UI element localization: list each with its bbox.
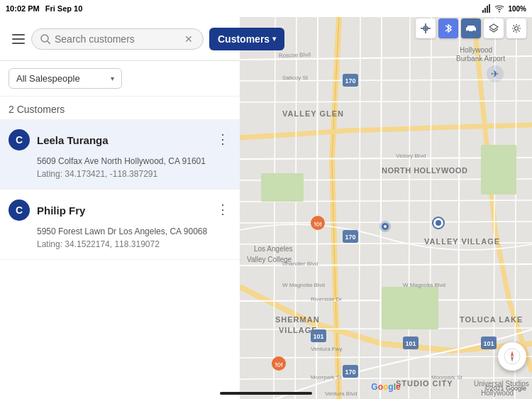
svg-text:Saticoy St: Saticoy St bbox=[282, 75, 309, 81]
customer-address-1: 5609 Colfax Ave North Hollywood, CA 9160… bbox=[37, 156, 231, 166]
customer-more-button-1[interactable]: ⋮ bbox=[213, 129, 233, 149]
customers-button-label: Customers bbox=[218, 33, 270, 45]
svg-text:Ventura Blvd: Ventura Blvd bbox=[325, 390, 357, 397]
customer-item-1[interactable]: C Leela Turanga 5609 Colfax Ave North Ho… bbox=[0, 119, 240, 190]
svg-text:170: 170 bbox=[345, 77, 355, 84]
svg-text:Riverside Dr: Riverside Dr bbox=[311, 296, 342, 302]
customer-name-1: Leela Turanga bbox=[37, 134, 231, 146]
customer-count: 2 Customers bbox=[0, 97, 240, 119]
signal-icon bbox=[482, 4, 491, 13]
svg-text:Ventura Fwy: Ventura Fwy bbox=[311, 346, 342, 352]
svg-text:SHERMAN: SHERMAN bbox=[275, 315, 320, 324]
svg-rect-32 bbox=[382, 287, 438, 329]
google-logo-o2: o bbox=[383, 382, 388, 392]
svg-rect-0 bbox=[482, 10, 484, 13]
svg-text:NORTH HOLLYWOOD: NORTH HOLLYWOOD bbox=[382, 166, 467, 175]
svg-text:170: 170 bbox=[345, 234, 355, 241]
layers-icon-btn[interactable] bbox=[484, 18, 504, 38]
svg-point-86 bbox=[515, 27, 519, 31]
svg-point-84 bbox=[467, 31, 470, 33]
salesperson-filter-label: All Salespeople bbox=[16, 73, 80, 84]
customer-name-2: Philip Fry bbox=[37, 204, 231, 217]
status-bar-right: 100% bbox=[482, 4, 526, 13]
filter-row: All Salespeople ▾ bbox=[0, 61, 240, 97]
customer-header-2: C Philip Fry bbox=[9, 200, 231, 221]
customer-count-label: 2 Customers bbox=[9, 104, 65, 115]
svg-text:✈: ✈ bbox=[491, 68, 499, 80]
customers-button[interactable]: Customers ▾ bbox=[209, 28, 284, 50]
time-display: 10:02 PM bbox=[6, 4, 40, 13]
svg-text:101: 101 bbox=[405, 340, 416, 347]
chevron-down-icon: ▾ bbox=[272, 35, 276, 43]
customer-header-1: C Leela Turanga bbox=[9, 129, 231, 151]
hamburger-icon bbox=[12, 34, 25, 44]
svg-text:Burbank Airport: Burbank Airport bbox=[456, 55, 505, 62]
battery-display: 100% bbox=[508, 5, 526, 13]
svg-point-69 bbox=[436, 220, 441, 226]
car-icon-btn[interactable] bbox=[461, 18, 481, 38]
left-panel: ✕ Customers ▾ All Salespeople ▾ 2 Custom… bbox=[0, 17, 240, 399]
customer-list: C Leela Turanga 5609 Colfax Ave North Ho… bbox=[0, 119, 240, 399]
location-icon-btn[interactable] bbox=[416, 18, 436, 38]
google-logo-g: G bbox=[371, 382, 377, 392]
search-input-wrapper: ✕ bbox=[31, 28, 204, 50]
svg-text:Hollywood: Hollywood bbox=[460, 46, 492, 54]
svg-rect-33 bbox=[481, 145, 516, 195]
svg-line-6 bbox=[48, 41, 50, 44]
customer-avatar-2: C bbox=[9, 200, 30, 221]
customer-more-button-2[interactable]: ⋮ bbox=[213, 200, 233, 219]
menu-button[interactable] bbox=[6, 26, 31, 52]
salesperson-chevron-icon: ▾ bbox=[111, 75, 114, 82]
svg-text:🍽: 🍽 bbox=[314, 220, 321, 228]
nav-indicator bbox=[220, 392, 312, 395]
customer-item-2[interactable]: C Philip Fry 5950 Forest Lawn Dr Los Ang… bbox=[0, 190, 240, 260]
search-input[interactable] bbox=[55, 33, 179, 45]
bluetooth-icon-btn[interactable] bbox=[438, 18, 458, 38]
search-icon bbox=[40, 34, 50, 44]
map-terms: ©2021 Google bbox=[485, 385, 526, 392]
salesperson-filter[interactable]: All Salespeople ▾ bbox=[9, 68, 122, 89]
customer-address-2: 5950 Forest Lawn Dr Los Angeles, CA 9006… bbox=[37, 226, 231, 236]
svg-point-4 bbox=[499, 11, 500, 13]
customer-initial-1: C bbox=[16, 134, 23, 146]
google-logo: Google bbox=[371, 382, 400, 392]
svg-text:101: 101 bbox=[483, 340, 494, 347]
customer-initial-2: C bbox=[16, 204, 23, 216]
svg-text:Moorpark St: Moorpark St bbox=[311, 374, 342, 381]
search-bar: ✕ Customers ▾ bbox=[0, 17, 240, 61]
svg-text:170: 170 bbox=[345, 368, 355, 376]
svg-text:🍽: 🍽 bbox=[275, 361, 282, 368]
date-display: Fri Sep 10 bbox=[45, 4, 83, 13]
compass-button[interactable] bbox=[498, 342, 526, 371]
svg-rect-2 bbox=[487, 6, 488, 13]
svg-text:VALLEY GLEN: VALLEY GLEN bbox=[282, 109, 344, 118]
settings-icon-btn[interactable] bbox=[506, 18, 526, 38]
svg-text:Chandler Blvd: Chandler Blvd bbox=[282, 261, 318, 267]
svg-text:Victory Blvd: Victory Blvd bbox=[396, 153, 426, 159]
svg-text:Los Angeles: Los Angeles bbox=[254, 245, 293, 253]
google-logo-o1: o bbox=[378, 382, 383, 392]
svg-rect-3 bbox=[489, 4, 490, 13]
svg-rect-1 bbox=[484, 8, 486, 13]
svg-point-5 bbox=[41, 35, 48, 42]
svg-text:VILLAGE: VILLAGE bbox=[279, 326, 318, 334]
svg-text:W Magnolia Blvd: W Magnolia Blvd bbox=[403, 282, 445, 288]
svg-text:TOLUCA LAKE: TOLUCA LAKE bbox=[460, 315, 523, 324]
customer-latlng-2: Lating: 34.1522174, 118.319072 bbox=[37, 239, 231, 249]
customer-latlng-1: Lating: 34.173421, -118.387291 bbox=[37, 169, 231, 179]
clear-icon[interactable]: ✕ bbox=[183, 33, 194, 45]
wifi-icon bbox=[494, 4, 504, 13]
status-bar: 10:02 PM Fri Sep 10 100% bbox=[0, 0, 532, 17]
map-area[interactable]: 170 170 170 101 101 101 VALLEY GLEN NORT… bbox=[240, 17, 532, 399]
customer-avatar-1: C bbox=[9, 129, 30, 151]
svg-point-85 bbox=[473, 31, 475, 33]
svg-text:Moorpark St: Moorpark St bbox=[431, 374, 462, 381]
svg-text:W Magnolia Blvd: W Magnolia Blvd bbox=[282, 282, 325, 288]
svg-text:VALLEY VILLAGE: VALLEY VILLAGE bbox=[424, 237, 500, 246]
google-logo-e: e bbox=[396, 382, 401, 392]
map-svg: 170 170 170 101 101 101 VALLEY GLEN NORT… bbox=[240, 17, 532, 399]
svg-point-63 bbox=[384, 225, 387, 228]
svg-text:Roscoe Blvd: Roscoe Blvd bbox=[279, 51, 311, 59]
svg-rect-31 bbox=[261, 173, 304, 202]
status-bar-left: 10:02 PM Fri Sep 10 bbox=[6, 4, 82, 13]
